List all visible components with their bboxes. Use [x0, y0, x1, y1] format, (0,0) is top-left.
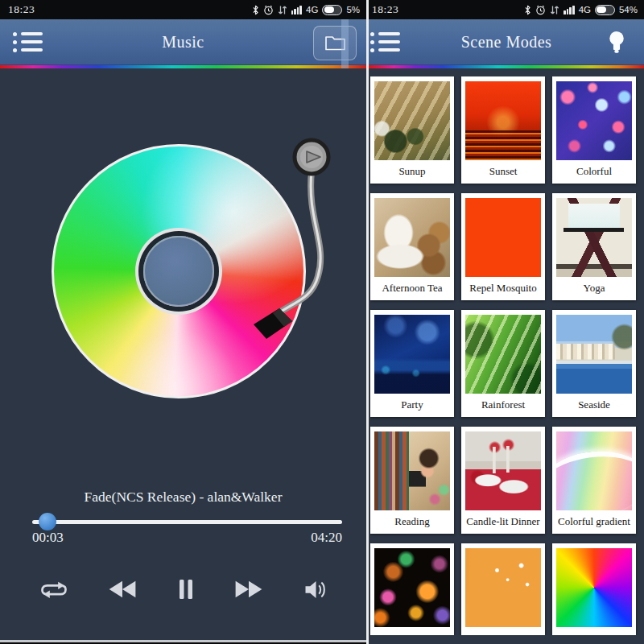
scene-card-sunup[interactable]: Sunup — [370, 76, 454, 184]
fast-forward-button[interactable] — [230, 576, 267, 602]
clock-time: 18:23 — [372, 3, 398, 16]
screenshot-stage: 18:23 4G 5% — [0, 0, 644, 644]
bluetooth-icon — [524, 5, 531, 15]
status-icons: 4G 54% — [524, 5, 638, 15]
slider-track[interactable] — [32, 520, 342, 524]
scene-label: Candle-lit Dinner — [465, 510, 541, 534]
scene-label: Sunup — [374, 160, 450, 184]
scroll-indicator — [341, 19, 349, 68]
alarm-icon — [263, 5, 274, 15]
scene-label — [374, 627, 450, 635]
scene-label: Sunset — [465, 160, 541, 184]
scene-image — [374, 198, 450, 277]
menu-bar — [21, 40, 43, 44]
elapsed-time: 00:03 — [32, 530, 64, 546]
app-header: Music — [0, 19, 366, 65]
bulb-icon — [608, 30, 625, 56]
music-screen: 18:23 4G 5% — [0, 0, 366, 644]
scene-image — [465, 81, 541, 160]
scene-card-bokeh-dark[interactable] — [370, 543, 454, 635]
status-bar: 18:23 4G 5% — [0, 0, 366, 19]
scene-card-sunset[interactable]: Sunset — [461, 76, 545, 184]
scene-image — [374, 431, 450, 510]
data-arrows-icon — [550, 5, 559, 15]
scene-card-colorful[interactable]: Colorful — [552, 76, 636, 184]
menu-dot — [13, 48, 17, 52]
list-menu-button[interactable] — [369, 27, 405, 57]
signal-strength-icon — [291, 5, 302, 14]
scene-image — [465, 431, 541, 510]
scene-card-party[interactable]: Party — [370, 310, 454, 417]
scene-label: Repel Mosquito — [465, 277, 541, 300]
scene-label: Colorful — [556, 160, 632, 184]
panel-divider — [366, 0, 369, 644]
battery-fill — [597, 6, 606, 14]
battery-fill — [324, 6, 334, 14]
page-title: Music — [0, 33, 366, 52]
pause-button[interactable] — [174, 576, 198, 603]
scene-image — [374, 81, 450, 160]
scene-image — [556, 315, 632, 394]
app-header: Scene Modes — [369, 19, 644, 65]
bluetooth-icon — [252, 5, 259, 15]
scene-image — [556, 548, 632, 627]
scene-card-rainforest[interactable]: Rainforest — [461, 310, 545, 417]
battery-percent: 54% — [619, 5, 638, 14]
scene-grid: Sunup Sunset Colorful Afternoon Tea Repe… — [370, 76, 639, 635]
volume-button[interactable] — [300, 576, 331, 603]
data-arrows-icon — [278, 5, 287, 15]
battery-icon — [595, 5, 615, 15]
clock-time: 18:23 — [8, 3, 35, 16]
scene-image — [465, 548, 541, 627]
repeat-icon — [39, 579, 68, 601]
scene-label: Yoga — [556, 277, 632, 300]
scene-label — [556, 627, 632, 635]
scene-image — [556, 431, 632, 510]
battery-percent: 5% — [346, 5, 360, 14]
scene-card-yoga[interactable]: Yoga — [552, 193, 636, 300]
song-title: Fade(NCS Release) - alan&Walker — [0, 489, 366, 506]
scene-label: Reading — [374, 510, 450, 534]
scene-card-seaside[interactable]: Seaside — [552, 310, 636, 417]
time-row: 00:03 04:20 — [32, 530, 342, 546]
menu-dot — [13, 32, 17, 36]
rainbow-divider — [369, 65, 644, 68]
scene-card-color-wheel[interactable] — [552, 543, 636, 635]
scene-card-afternoon-tea[interactable]: Afternoon Tea — [370, 193, 454, 300]
scene-image — [465, 198, 541, 277]
scene-image — [556, 81, 632, 160]
scene-card-repel-mosquito[interactable]: Repel Mosquito — [461, 193, 545, 300]
scene-label: Party — [374, 394, 450, 417]
tonearm-icon[interactable] — [237, 131, 342, 341]
menu-dot — [370, 40, 374, 44]
scene-card-colorful-gradient[interactable]: Colorful gradient — [552, 427, 636, 534]
list-menu-button[interactable] — [8, 27, 47, 57]
progress-slider[interactable] — [32, 515, 342, 528]
scene-card-candle-dinner[interactable]: Candle-lit Dinner — [461, 427, 545, 534]
scene-card-reading[interactable]: Reading — [370, 427, 454, 534]
menu-bar — [378, 40, 400, 44]
scene-label — [465, 627, 541, 635]
menu-dot — [13, 40, 17, 44]
volume-icon — [303, 580, 328, 600]
rainbow-divider — [0, 65, 366, 68]
battery-icon — [322, 5, 342, 15]
rewind-button[interactable] — [104, 576, 141, 602]
fast-forward-icon — [233, 580, 264, 599]
scene-label: Rainforest — [465, 394, 541, 417]
folder-button[interactable] — [313, 26, 357, 60]
disc-center-hub[interactable] — [143, 236, 214, 307]
repeat-button[interactable] — [36, 576, 72, 604]
pause-icon — [177, 579, 195, 600]
scene-image — [374, 548, 450, 627]
scene-image — [374, 315, 450, 394]
network-type-label: 4G — [306, 5, 318, 14]
menu-dot — [370, 32, 374, 36]
alarm-icon — [535, 5, 546, 15]
menu-bar — [21, 32, 43, 36]
status-icons: 4G 5% — [252, 5, 360, 15]
scene-card-rainbow-swirl[interactable] — [461, 543, 545, 635]
menu-bar — [378, 32, 400, 36]
bulb-button[interactable] — [601, 27, 633, 59]
slider-thumb[interactable] — [39, 513, 56, 530]
